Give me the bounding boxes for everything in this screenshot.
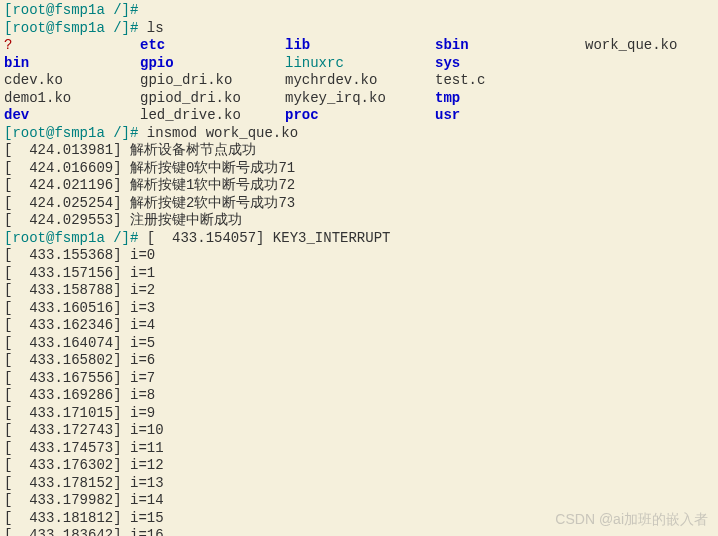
ls-item: etc bbox=[140, 37, 285, 55]
ls-item: mykey_irq.ko bbox=[285, 90, 435, 108]
kmsg-line: [ 424.013981] 解析设备树节点成功 bbox=[4, 142, 714, 160]
kmsg-line: [ 433.174573] i=11 bbox=[4, 440, 714, 458]
kmsg-line: [ 433.160516] i=3 bbox=[4, 300, 714, 318]
kmsg-line: [ 433.167556] i=7 bbox=[4, 370, 714, 388]
kmsg-line: [ 433.154057] KEY3_INTERRUPT bbox=[147, 230, 391, 246]
kmsg-line: [ 433.155368] i=0 bbox=[4, 247, 714, 265]
shell-prompt: [root@fsmp1a /]# bbox=[4, 2, 138, 18]
kmsg-line: [ 433.162346] i=4 bbox=[4, 317, 714, 335]
command-text: insmod work_que.ko bbox=[147, 125, 298, 141]
kmsg-line: [ 433.165802] i=6 bbox=[4, 352, 714, 370]
kmsg-line: [ 424.021196] 解析按键1软中断号成功72 bbox=[4, 177, 714, 195]
shell-prompt: [root@fsmp1a /]# bbox=[4, 230, 147, 246]
ls-item: gpio bbox=[140, 55, 285, 73]
ls-item bbox=[585, 72, 714, 90]
ls-item: work_que.ko bbox=[585, 37, 714, 55]
kmsg-line: [ 433.172743] i=10 bbox=[4, 422, 714, 440]
ls-output: ? etc lib sbin work_que.ko bin gpio linu… bbox=[4, 37, 714, 125]
ls-item: tmp bbox=[435, 90, 585, 108]
shell-prompt: [root@fsmp1a /]# bbox=[4, 20, 147, 36]
kmsg-line: [ 424.029553] 注册按键中断成功 bbox=[4, 212, 714, 230]
kmsg-line: [ 433.178152] i=13 bbox=[4, 475, 714, 493]
kmsg-line: [ 433.157156] i=1 bbox=[4, 265, 714, 283]
ls-item: led_drive.ko bbox=[140, 107, 285, 125]
kmsg-line: [ 433.164074] i=5 bbox=[4, 335, 714, 353]
ls-item: demo1.ko bbox=[4, 90, 140, 108]
kmsg-line: [ 424.025254] 解析按键2软中断号成功73 bbox=[4, 195, 714, 213]
ls-item: gpiod_dri.ko bbox=[140, 90, 285, 108]
ls-item: usr bbox=[435, 107, 585, 125]
ls-item bbox=[585, 107, 714, 125]
kmsg-line: [ 433.183642] i=16 bbox=[4, 527, 714, 536]
kmsg-line: [ 433.179982] i=14 bbox=[4, 492, 714, 510]
ls-item: lib bbox=[285, 37, 435, 55]
kmsg-line: [ 433.158788] i=2 bbox=[4, 282, 714, 300]
command-text: ls bbox=[147, 20, 164, 36]
kmsg-line: [ 433.181812] i=15 bbox=[4, 510, 714, 528]
kmsg-line: [ 433.176302] i=12 bbox=[4, 457, 714, 475]
ls-item: sys bbox=[435, 55, 585, 73]
kmsg-line: [ 424.016609] 解析按键0软中断号成功71 bbox=[4, 160, 714, 178]
ls-item: mychrdev.ko bbox=[285, 72, 435, 90]
ls-item: ? bbox=[4, 37, 140, 55]
ls-item bbox=[585, 90, 714, 108]
ls-item: sbin bbox=[435, 37, 585, 55]
shell-prompt: [root@fsmp1a /]# bbox=[4, 125, 147, 141]
ls-item: proc bbox=[285, 107, 435, 125]
ls-item bbox=[585, 55, 714, 73]
kmsg-line: [ 433.171015] i=9 bbox=[4, 405, 714, 423]
ls-item: linuxrc bbox=[285, 55, 435, 73]
ls-item: cdev.ko bbox=[4, 72, 140, 90]
kmsg-line: [ 433.169286] i=8 bbox=[4, 387, 714, 405]
ls-item: bin bbox=[4, 55, 140, 73]
ls-item: dev bbox=[4, 107, 140, 125]
ls-item: test.c bbox=[435, 72, 585, 90]
ls-item: gpio_dri.ko bbox=[140, 72, 285, 90]
terminal-output[interactable]: [root@fsmp1a /]# [root@fsmp1a /]# ls ? e… bbox=[4, 2, 714, 536]
